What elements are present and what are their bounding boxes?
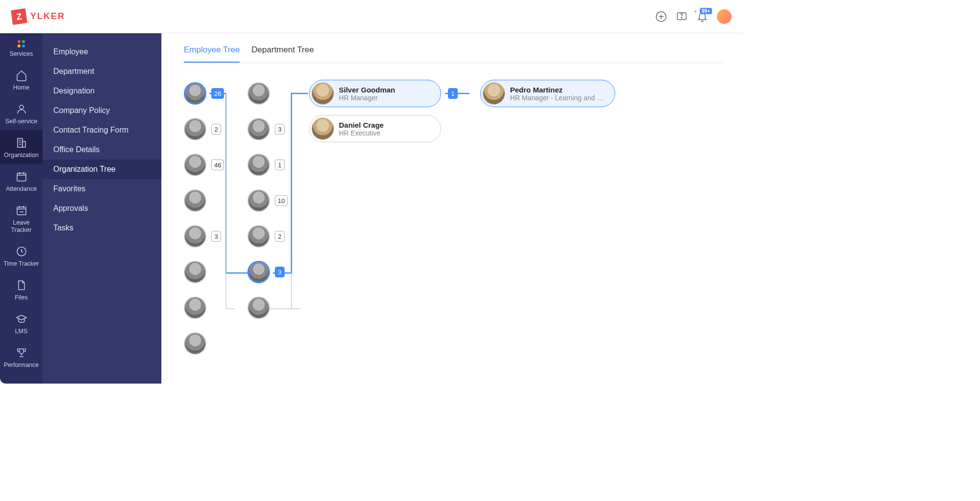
primary-nav: Services Home Self-service Organization …	[0, 33, 43, 384]
help-icon[interactable]	[676, 11, 688, 23]
tree-tabs: Employee Tree Department Tree	[181, 45, 724, 63]
notification-badge: 99+	[700, 8, 712, 14]
card-role: HR Executive	[339, 129, 384, 137]
building-icon	[16, 137, 27, 149]
nav-time-tracker[interactable]: Time Tracker	[0, 239, 43, 273]
tree-node-col1-1[interactable]	[184, 118, 206, 140]
count-badge: 3	[275, 124, 285, 135]
calendar-minus-icon	[16, 205, 27, 216]
count-badge: 46	[211, 159, 224, 170]
nav-label: Files	[15, 294, 27, 301]
org-tree: 26 2 46 3 3 1 10 2 3	[181, 81, 724, 374]
nav2-tasks[interactable]: Tasks	[43, 218, 161, 238]
card-name: Pedro Martinez	[510, 86, 606, 94]
nav-services[interactable]: Services	[0, 33, 43, 63]
nav2-organization-tree[interactable]: Organization Tree	[43, 159, 161, 179]
nav-label: Attendance	[6, 185, 37, 193]
person-icon	[16, 103, 27, 115]
svg-rect-4	[18, 138, 22, 147]
sparkle-icon: ✦	[693, 9, 697, 14]
notification-bell-icon[interactable]: ✦ 99+	[696, 11, 708, 23]
tree-node-col2-6[interactable]	[247, 296, 270, 319]
nav-home[interactable]: Home	[0, 63, 43, 96]
count-badge: 3	[211, 231, 221, 242]
card-name: Silver Goodman	[339, 86, 395, 94]
tab-employee-tree[interactable]: Employee Tree	[184, 45, 240, 63]
nav-leave-tracker[interactable]: Leave Tracker	[0, 198, 43, 239]
tree-node-col2-5[interactable]	[247, 261, 270, 283]
tree-card-silver-goodman[interactable]: Silver Goodman HR Manager	[309, 80, 441, 107]
clock-icon	[16, 246, 27, 257]
nav-label: Time Tracker	[3, 260, 39, 268]
tree-node-col2-0[interactable]	[247, 82, 270, 105]
svg-rect-7	[17, 207, 26, 215]
count-badge: 2	[275, 231, 285, 242]
tree-node-col1-7[interactable]	[184, 332, 206, 355]
nav-organization[interactable]: Organization	[0, 130, 43, 164]
nav2-designation[interactable]: Designation	[43, 81, 161, 101]
svg-rect-6	[17, 173, 26, 181]
user-avatar[interactable]	[717, 9, 732, 24]
nav2-office-details[interactable]: Office Details	[43, 140, 161, 159]
tree-card-daniel-crage[interactable]: Daniel Crage HR Executive	[309, 115, 441, 142]
nav-label: Leave Tracker	[2, 219, 41, 234]
tree-card-pedro-martinez[interactable]: Pedro Martinez HR Manager - Learning and…	[480, 80, 615, 107]
card-name: Daniel Crage	[339, 121, 384, 129]
nav-label: Services	[10, 50, 33, 58]
brand-badge: Z	[11, 8, 27, 25]
file-icon	[16, 279, 27, 291]
nav-self-service[interactable]: Self-service	[0, 96, 43, 130]
calendar-icon	[16, 171, 27, 182]
nav2-department[interactable]: Department	[43, 62, 161, 81]
nav-performance[interactable]: Performance	[0, 340, 43, 374]
count-badge: 3	[275, 267, 285, 277]
nav-label: LMS	[15, 328, 28, 335]
tree-node-col1-3[interactable]	[184, 189, 206, 212]
tree-node-col1-2[interactable]	[184, 154, 206, 176]
nav-attendance[interactable]: Attendance	[0, 164, 43, 198]
brand-name: YLKER	[30, 11, 65, 22]
add-icon[interactable]	[655, 11, 667, 23]
nav-label: Home	[13, 84, 29, 91]
tree-node-col2-1[interactable]	[247, 118, 270, 140]
tree-node-col1-0[interactable]	[184, 82, 206, 105]
count-badge: 26	[211, 88, 224, 99]
grad-cap-icon	[16, 313, 27, 325]
tree-node-col2-3[interactable]	[247, 189, 270, 212]
brand-logo[interactable]: Z YLKER	[12, 9, 65, 24]
tree-node-col1-6[interactable]	[184, 296, 206, 319]
count-badge: 1	[275, 159, 285, 170]
nav-label: Performance	[4, 362, 39, 369]
card-role: HR Manager - Learning and D...	[510, 94, 606, 102]
tree-node-col2-4[interactable]	[247, 225, 270, 248]
card-role: HR Manager	[339, 94, 395, 102]
nav-label: Self-service	[5, 118, 37, 125]
trophy-icon	[16, 347, 27, 359]
tree-node-col1-5[interactable]	[184, 261, 206, 283]
nav2-company-policy[interactable]: Company Policy	[43, 101, 161, 120]
home-icon	[16, 69, 27, 81]
svg-rect-5	[22, 141, 25, 147]
tree-node-col1-4[interactable]	[184, 225, 206, 248]
nav2-employee[interactable]: Employee	[43, 42, 161, 62]
svg-point-3	[20, 105, 23, 109]
nav2-contact-tracing[interactable]: Contact Tracing Form	[43, 120, 161, 140]
count-badge: 10	[275, 195, 288, 206]
nav2-favorites[interactable]: Favorites	[43, 179, 161, 199]
count-badge: 1	[448, 88, 458, 99]
nav-label: Organization	[4, 152, 39, 159]
secondary-nav: Employee Department Designation Company …	[43, 33, 161, 384]
nav-lms[interactable]: LMS	[0, 306, 43, 340]
nav2-approvals[interactable]: Approvals	[43, 199, 161, 218]
tree-node-col2-2[interactable]	[247, 154, 270, 176]
grid-dots-icon	[18, 40, 25, 47]
svg-point-2	[681, 17, 682, 18]
nav-files[interactable]: Files	[0, 273, 43, 306]
count-badge: 2	[211, 124, 221, 135]
tab-department-tree[interactable]: Department Tree	[251, 45, 314, 63]
